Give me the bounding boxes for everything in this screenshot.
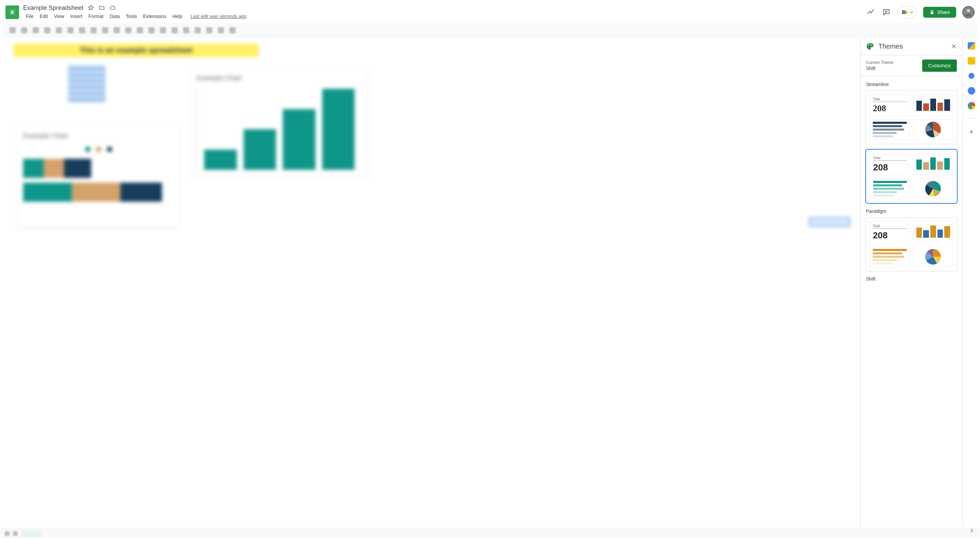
chart-stacked-bar: Example Chart [17, 126, 180, 228]
svg-point-6 [967, 9, 970, 12]
star-icon[interactable] [88, 5, 94, 11]
selection-rect [809, 217, 850, 227]
menu-extensions[interactable]: Extensions [140, 12, 169, 21]
account-avatar[interactable] [962, 6, 975, 18]
activity-icon[interactable] [866, 8, 875, 17]
svg-rect-4 [902, 11, 904, 13]
cloud-status-icon[interactable] [109, 5, 116, 11]
theme-mini-pie [925, 122, 941, 137]
theme-mini-lines [873, 181, 907, 197]
comments-icon[interactable] [882, 8, 891, 17]
chart-column: Example Chart [191, 68, 368, 177]
share-button[interactable]: Share [923, 7, 956, 18]
svg-rect-5 [902, 12, 904, 14]
menu-view[interactable]: View [51, 12, 67, 21]
maps-app-icon[interactable] [968, 102, 975, 110]
chevron-down-icon [910, 11, 913, 14]
keep-app-icon[interactable] [968, 57, 975, 65]
menu-help[interactable]: Help [170, 12, 185, 21]
theme-mini-lines [873, 122, 907, 137]
menu-bar: File Edit View Insert Format Data Tools … [23, 12, 247, 21]
theme-mini-bars [916, 156, 950, 170]
chart1-title: Example Chart [23, 132, 174, 140]
last-edit-link[interactable]: Last edit was seconds ago [191, 14, 247, 19]
theme-card-paradigm[interactable]: Total208 [865, 149, 958, 204]
chart2-title: Example Chart [197, 74, 361, 82]
banner-blurred: This is an example spreadsheet [14, 43, 259, 57]
theme-card-shift[interactable]: Total208 [865, 217, 958, 271]
sheets-app-icon[interactable] [5, 5, 19, 19]
spreadsheet-area[interactable]: This is an example spreadsheet Example C… [0, 37, 860, 528]
theme-total-value: 208 [873, 162, 907, 173]
calendar-app-icon[interactable] [968, 42, 975, 50]
theme-mini-pie [925, 249, 941, 265]
lock-icon [929, 10, 935, 15]
show-side-panel-icon[interactable] [969, 527, 975, 535]
menu-file[interactable]: File [23, 12, 37, 21]
menu-tools[interactable]: Tools [123, 12, 140, 21]
share-label: Share [937, 10, 950, 15]
current-theme-name: Shift [866, 66, 893, 71]
themes-title: Themes [878, 43, 903, 50]
sheet-tab[interactable] [21, 530, 41, 537]
add-app-icon[interactable]: + [969, 127, 974, 136]
customize-button[interactable]: Customize [922, 60, 957, 72]
meet-button[interactable] [897, 6, 917, 18]
themes-panel: Themes Current Theme Shift Customize Str… [860, 37, 962, 528]
current-theme-label: Current Theme [866, 60, 893, 65]
toolbar-blurred [3, 23, 977, 37]
theme-total-label: Total [873, 97, 907, 102]
theme-total-label: Total [873, 224, 907, 229]
data-block-blurred [68, 65, 105, 102]
theme-mini-lines [873, 249, 907, 265]
theme-total-label: Total [873, 156, 907, 161]
theme-total-value: 208 [873, 103, 907, 114]
title-bar: Example Spreadsheet File Edit View Inser… [0, 0, 980, 22]
tasks-app-icon[interactable] [968, 72, 975, 79]
close-icon[interactable] [951, 43, 957, 49]
theme-mini-bars [916, 97, 950, 111]
sheet-tabs-blurred [0, 528, 980, 538]
menu-edit[interactable]: Edit [37, 12, 51, 21]
theme-card-streamline[interactable]: Total208 [865, 90, 958, 144]
themes-list[interactable]: StreamlineTotal208Total208ParadigmTotal2… [861, 76, 962, 528]
menu-data[interactable]: Data [107, 12, 123, 21]
contacts-app-icon[interactable] [968, 87, 975, 95]
theme-mini-pie [925, 181, 941, 197]
theme-total-value: 208 [873, 230, 907, 241]
document-name[interactable]: Example Spreadsheet [23, 5, 83, 11]
theme-mini-bars [916, 224, 950, 238]
theme-name-label: Shift [866, 276, 957, 282]
palette-icon [866, 42, 874, 50]
theme-name-label: Streamline [866, 82, 957, 87]
menu-format[interactable]: Format [86, 12, 106, 21]
theme-name-label: Paradigm [866, 208, 957, 214]
menu-insert[interactable]: Insert [68, 12, 85, 21]
side-panel-rail: + [962, 37, 980, 528]
move-icon[interactable] [98, 5, 105, 11]
